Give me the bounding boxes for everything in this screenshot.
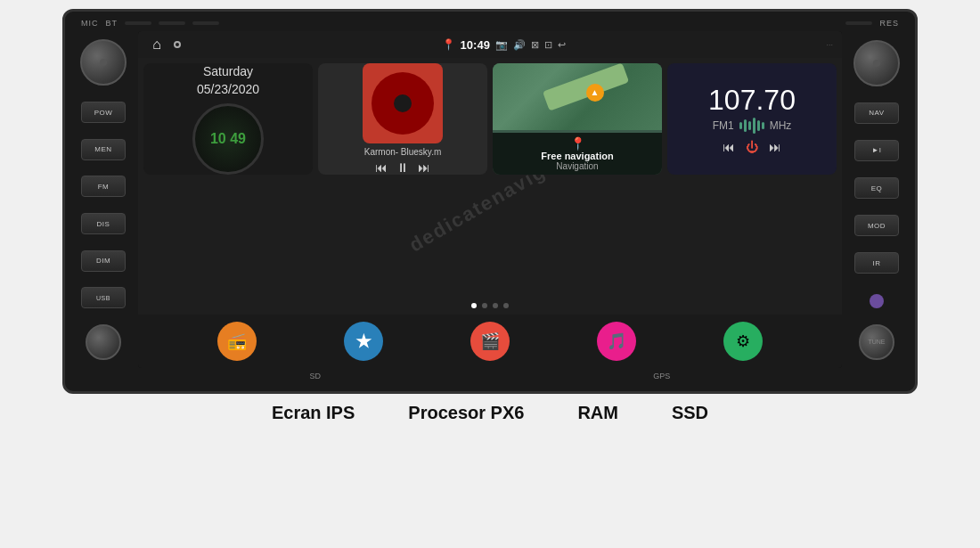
mod-button[interactable]: MOD <box>854 215 899 236</box>
navigation-label: Navigation <box>556 161 598 171</box>
radio-frequency: 107.70 <box>708 84 796 117</box>
skip-button[interactable]: ►I <box>854 140 899 161</box>
dis-button[interactable]: DIS <box>81 213 126 234</box>
top-bar: MIC BT RES <box>72 17 908 31</box>
map-road <box>543 63 629 110</box>
media-app-icon[interactable]: 🎬 <box>470 322 510 361</box>
window-icon: ⊡ <box>544 39 552 51</box>
top-slot-left <box>125 21 151 25</box>
pow-button[interactable]: POW <box>81 102 126 123</box>
spec-ram: RAM <box>577 403 618 423</box>
top-slot-mid2 <box>192 21 219 25</box>
screen: ⌂ 📍 10:49 📷 🔊 ⊠ ⊡ ↩ ··· <box>138 31 842 368</box>
status-bar: ⌂ 📍 10:49 📷 🔊 ⊠ ⊡ ↩ ··· <box>138 31 842 58</box>
dots-row <box>138 297 842 315</box>
top-bar-right: RES <box>845 19 899 28</box>
right-panel: NAV ►I EQ MOD IR TUNE <box>845 31 908 368</box>
music-widget[interactable]: Karmon- Bluesky.m ⏮ ⏸ ⏭ <box>318 63 487 175</box>
spec-ssd: SSD <box>672 403 708 423</box>
bluetooth-app-icon[interactable]: ★ <box>344 322 383 361</box>
unit-bottom: SD GPS <box>72 368 908 384</box>
right-knob-bottom[interactable]: TUNE <box>859 324 894 360</box>
status-time: 10:49 <box>461 38 490 52</box>
nav-bottom: 📍 Free navigation Navigation <box>493 133 662 175</box>
circle-dot <box>174 41 181 48</box>
gps-slot-label: GPS <box>653 372 670 380</box>
dot-4 <box>503 303 509 308</box>
fm-button[interactable]: FM <box>81 176 126 197</box>
clock-display: 10 49 <box>192 103 264 175</box>
status-right: ··· <box>826 40 833 49</box>
radio-band: FM1 <box>713 119 734 132</box>
radio-prev-button[interactable]: ⏮ <box>723 140 735 154</box>
volume-icon: 🔊 <box>513 39 526 51</box>
head-unit: dedicatenavigati MIC BT RES POW <box>62 9 918 394</box>
men-button[interactable]: MEN <box>81 139 126 160</box>
screen-icon: ⊠ <box>531 39 539 51</box>
unit-wrapper: dedicatenavigati MIC BT RES POW <box>0 0 980 423</box>
ir-led <box>870 294 884 308</box>
spec-ecran: Ecran IPS <box>272 403 355 423</box>
dot-3 <box>493 303 498 308</box>
spec-procesor: Procesor PX6 <box>408 403 524 423</box>
track-name: Karmon- Bluesky.m <box>364 147 442 157</box>
status-center: 📍 10:49 📷 🔊 ⊠ ⊡ ↩ <box>442 38 566 52</box>
right-knob-top[interactable] <box>853 40 900 86</box>
music-controls: ⏮ ⏸ ⏭ <box>375 160 430 175</box>
date-display: Saturday 05/23/2020 <box>197 63 259 98</box>
map-background: ▲ <box>493 63 662 130</box>
settings-app-icon[interactable]: ⚙ <box>723 322 763 361</box>
album-art <box>363 63 443 143</box>
eq-button[interactable]: EQ <box>854 177 899 199</box>
status-left: ⌂ <box>147 35 181 54</box>
top-bar-left: MIC BT <box>81 19 219 28</box>
play-button[interactable]: ⏸ <box>396 160 409 175</box>
radio-controls: ⏮ ⏻ ⏭ <box>723 140 781 154</box>
sd-slot-label: SD <box>310 372 322 380</box>
bt-label: BT <box>106 19 118 28</box>
radio-widget[interactable]: 107.70 FM1 MHz <box>667 63 837 175</box>
datetime-widget[interactable]: Saturday 05/23/2020 10 49 <box>143 63 313 175</box>
radio-unit: MHz <box>770 119 792 132</box>
free-navigation-label: Free navigation <box>541 151 613 161</box>
screen-content: Saturday 05/23/2020 10 49 <box>138 58 842 297</box>
left-knob-top[interactable] <box>80 39 127 86</box>
back-icon: ↩ <box>558 39 566 51</box>
left-knob-bottom[interactable] <box>86 324 121 360</box>
radio-app-icon[interactable]: 📻 <box>217 322 257 361</box>
mic-label: MIC <box>81 19 99 28</box>
dot-2 <box>482 303 487 308</box>
dim-button[interactable]: DIM <box>81 250 126 272</box>
radio-wave <box>739 117 764 135</box>
radio-info: FM1 MHz <box>713 117 792 135</box>
radio-next-button[interactable]: ⏭ <box>769 140 781 154</box>
dot-1 <box>471 303 477 308</box>
navigation-widget[interactable]: ▲ 📍 Free navigation Navigation <box>493 63 662 175</box>
ir-button[interactable]: IR <box>854 252 899 274</box>
top-slot-mid <box>159 21 185 25</box>
left-panel: POW MEN FM DIS DIM USB <box>72 31 135 368</box>
nav-button[interactable]: NAV <box>854 102 899 124</box>
camera-icon: 📷 <box>495 39 508 51</box>
unit-body: POW MEN FM DIS DIM USB ⌂ 📍 <box>72 31 908 368</box>
app-row: 📻 ★ 🎬 🎵 ⚙ <box>138 315 842 368</box>
top-slot-right <box>845 21 872 25</box>
nav-pin-icon: 📍 <box>570 136 585 151</box>
next-button[interactable]: ⏭ <box>418 160 430 175</box>
home-button[interactable]: ⌂ <box>147 35 167 54</box>
prev-button[interactable]: ⏮ <box>375 160 388 175</box>
location-icon: 📍 <box>442 38 455 51</box>
usb-button[interactable]: USB <box>81 287 126 308</box>
radio-power-button[interactable]: ⏻ <box>746 140 758 154</box>
specs-row: Ecran IPS Procesor PX6 RAM SSD <box>272 403 708 423</box>
music-app-icon[interactable]: 🎵 <box>597 322 636 361</box>
res-label: RES <box>879 19 899 28</box>
